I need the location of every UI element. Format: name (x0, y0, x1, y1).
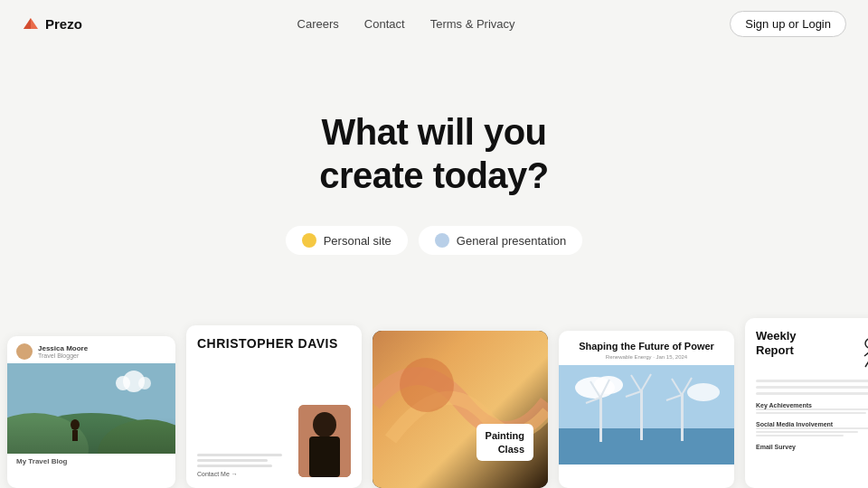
card5-key-achievements: Key Achievements (756, 402, 868, 414)
report-illustration-icon (855, 329, 868, 376)
personal-site-button[interactable]: Personal site (286, 226, 408, 255)
pill-buttons: Personal site General presentation (286, 226, 583, 255)
hero-heading: What will you create today? (319, 110, 549, 197)
card4-header: Shaping the Future of Power Renewable En… (559, 331, 734, 365)
signup-button[interactable]: Sign up or Login (730, 11, 846, 37)
svg-point-12 (313, 412, 336, 437)
card5-social-media: Social Media Involvement (756, 421, 868, 436)
nav-terms[interactable]: Terms & Privacy (430, 17, 515, 31)
card5-body-lines (756, 380, 868, 395)
card1-author-info: Jessica Moore Travel Blogger (38, 344, 88, 359)
svg-rect-25 (640, 390, 643, 440)
weekly-report-card[interactable]: Weekly Report (745, 318, 868, 488)
svg-line-39 (864, 352, 868, 356)
logo[interactable]: Prezo (22, 14, 82, 33)
card5-header: Weekly Report (756, 329, 868, 376)
painting-class-card[interactable]: Painting Class (373, 331, 548, 488)
card2-lines (197, 454, 291, 467)
svg-marker-1 (24, 18, 31, 29)
card1-image (7, 363, 175, 454)
card5-email-survey: Email Survey (756, 444, 868, 450)
svg-point-19 (687, 383, 720, 401)
svg-point-10 (138, 377, 151, 389)
logo-text: Prezo (45, 16, 82, 32)
travel-blog-card[interactable]: Jessica Moore Travel Blogger My (7, 336, 175, 488)
card2-name: CHRISTOPHER DAVIS (197, 336, 351, 351)
card1-footer: My Travel Blog (7, 454, 175, 469)
main-nav: Careers Contact Terms & Privacy (297, 17, 515, 31)
svg-rect-29 (681, 394, 684, 441)
svg-point-15 (400, 358, 454, 412)
card2-photo (298, 405, 351, 477)
header: Prezo Careers Contact Terms & Privacy Si… (0, 0, 868, 47)
svg-rect-21 (599, 397, 602, 442)
card4-subtitle: Renewable Energy · Jan 15, 2024 (570, 354, 723, 360)
card1-overlay (7, 418, 175, 454)
svg-rect-20 (559, 428, 734, 465)
card4-image (559, 365, 734, 465)
card5-title: Weekly Report (756, 329, 797, 357)
svg-rect-13 (309, 436, 340, 477)
personal-dot (302, 233, 316, 248)
card3-label: Painting Class (476, 424, 533, 461)
christopher-davis-card[interactable]: CHRISTOPHER DAVIS Contact Me → (186, 325, 362, 488)
future-of-power-card[interactable]: Shaping the Future of Power Renewable En… (559, 331, 734, 488)
cards-row: Jessica Moore Travel Blogger My (0, 318, 868, 488)
svg-point-9 (116, 376, 130, 390)
card2-text: Contact Me → (197, 454, 291, 477)
nav-contact[interactable]: Contact (364, 17, 405, 31)
hero-section: What will you create today? Personal sit… (0, 47, 868, 255)
nav-careers[interactable]: Careers (297, 17, 339, 31)
logo-icon (22, 14, 40, 33)
card1-header: Jessica Moore Travel Blogger (7, 336, 175, 363)
card4-title: Shaping the Future of Power (570, 340, 723, 352)
card2-link: Contact Me → (197, 471, 291, 477)
general-dot (435, 233, 449, 248)
general-presentation-button[interactable]: General presentation (419, 226, 582, 255)
card2-body: Contact Me → (197, 358, 351, 477)
card1-avatar (16, 343, 33, 360)
svg-point-18 (594, 376, 623, 394)
